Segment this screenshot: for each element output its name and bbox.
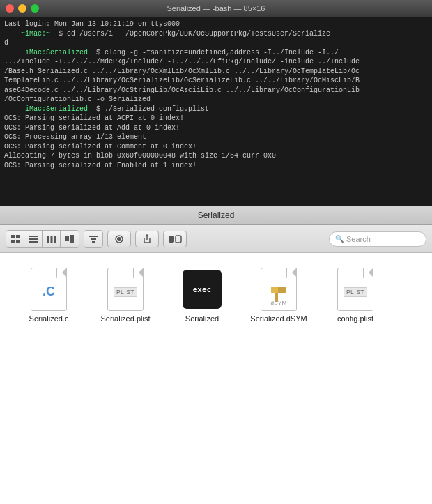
close-button[interactable] xyxy=(6,4,14,13)
finder-content: .C Serialized.c PLIST Serialized.plist e… xyxy=(0,253,432,392)
path-btn[interactable] xyxy=(163,231,187,247)
svg-rect-19 xyxy=(176,236,181,243)
terminal-line: iMac:Serialized $ ./Serialized config.pl… xyxy=(4,105,428,114)
terminal-line: /OcConfigurationLib.c -o Serialized xyxy=(4,95,428,105)
c-label: .C xyxy=(43,284,55,299)
terminal-line: OCS: Parsing serialized at Comment at 0 … xyxy=(4,142,428,152)
arrange-group xyxy=(84,230,103,248)
file-icon-c: .C xyxy=(26,267,71,312)
finder-empty-area xyxy=(0,392,432,504)
filename-serialized-exec: Serialized xyxy=(185,314,219,323)
svg-rect-0 xyxy=(11,235,15,238)
file-item-serialized-plist[interactable]: PLIST Serialized.plist xyxy=(98,267,153,323)
search-icon: 🔍 xyxy=(335,235,344,243)
svg-rect-14 xyxy=(92,241,95,243)
file-icon-config-plist: PLIST xyxy=(333,267,378,312)
svg-rect-7 xyxy=(47,236,49,243)
finder-toolbar: 🔍 Search xyxy=(0,225,432,253)
search-placeholder: Search xyxy=(346,235,371,243)
column-view-btn[interactable] xyxy=(43,231,61,247)
svg-rect-18 xyxy=(169,236,174,243)
svg-rect-4 xyxy=(29,236,38,237)
terminal-title: Serialized — -bash — 85×16 xyxy=(167,4,265,13)
terminal-line: Allocating 7 bytes in blob 0x60f00000004… xyxy=(4,151,428,161)
terminal-line: .../Include -I../../../MdePkg/Include/ -… xyxy=(4,57,428,67)
arrange-btn[interactable] xyxy=(84,231,102,247)
terminal-line: OCS: Parsing serialized at ACPI at 0 ind… xyxy=(4,114,428,123)
terminal-line: OCS: Parsing serialized at Enabled at 1 … xyxy=(4,161,428,171)
minimize-button[interactable] xyxy=(18,4,26,13)
terminal-window: Serialized — -bash — 85×16 Last login: M… xyxy=(0,0,432,206)
filename-serialized-c: Serialized.c xyxy=(29,314,69,323)
filename-serialized-dsym: Serialized.dSYM xyxy=(250,314,307,323)
file-icon-exec: exec xyxy=(180,267,224,312)
terminal-line: OCS: Parsing serialized at Add at 0 inde… xyxy=(4,123,428,133)
svg-rect-8 xyxy=(50,236,52,243)
doc-icon-plist: PLIST xyxy=(107,268,144,311)
filename-config-plist: config.plist xyxy=(337,314,373,323)
terminal-line: OCS: Processing array 1/13 element xyxy=(4,132,428,142)
traffic-lights xyxy=(6,4,39,13)
flow-view-btn[interactable] xyxy=(61,231,79,247)
share-btn[interactable] xyxy=(135,231,159,247)
icon-view-btn[interactable] xyxy=(6,231,24,247)
svg-rect-12 xyxy=(89,236,98,237)
svg-rect-1 xyxy=(16,235,20,238)
svg-rect-3 xyxy=(16,240,20,243)
search-bar[interactable]: 🔍 Search xyxy=(329,231,426,247)
maximize-button[interactable] xyxy=(31,4,39,13)
terminal-line: iMac:Serialized $ clang -g -fsanitize=un… xyxy=(4,48,428,58)
terminal-line: d xyxy=(4,38,428,48)
file-item-serialized-c[interactable]: .C Serialized.c xyxy=(21,267,77,323)
finder-titlebar: Serialized xyxy=(0,206,432,225)
terminal-titlebar: Serialized — -bash — 85×16 xyxy=(0,0,432,17)
file-item-config-plist[interactable]: PLIST config.plist xyxy=(327,267,383,323)
exec-label: exec xyxy=(193,285,212,294)
dsym-label: dSYM xyxy=(271,300,287,306)
terminal-line: TemplateLib.c ../../Library/OcSerializeL… xyxy=(4,76,428,86)
plist-label: PLIST xyxy=(114,287,137,297)
svg-rect-13 xyxy=(91,238,96,240)
filename-serialized-plist: Serialized.plist xyxy=(101,314,151,323)
action-btn[interactable] xyxy=(107,231,131,247)
dsym-icon-container: dSYM xyxy=(261,268,297,311)
svg-rect-11 xyxy=(70,235,74,243)
terminal-line: ~iMac:~ $ cd /Users/i /OpenCorePkg/UDK/O… xyxy=(4,29,428,39)
svg-rect-9 xyxy=(54,236,56,243)
config-plist-label: PLIST xyxy=(344,287,367,297)
exec-icon: exec xyxy=(183,270,222,309)
view-mode-group xyxy=(6,230,79,248)
svg-rect-22 xyxy=(271,287,278,293)
finder-title: Serialized xyxy=(198,211,235,220)
file-item-serialized-exec[interactable]: exec Serialized xyxy=(174,267,230,323)
list-view-btn[interactable] xyxy=(24,231,43,247)
file-item-serialized-dsym[interactable]: dSYM Serialized.dSYM xyxy=(251,267,307,323)
doc-icon-config: PLIST xyxy=(337,268,373,311)
terminal-line: ase64Decode.c ../../Library/OcStringLib/… xyxy=(4,86,428,96)
file-icon-dsym: dSYM xyxy=(256,267,301,312)
svg-rect-6 xyxy=(29,241,38,243)
doc-icon-c: .C xyxy=(31,268,67,311)
finder-window: Serialized xyxy=(0,206,432,504)
svg-rect-10 xyxy=(65,236,69,241)
svg-rect-5 xyxy=(29,238,38,240)
svg-rect-2 xyxy=(11,240,15,243)
file-icon-plist: PLIST xyxy=(103,267,148,312)
svg-point-15 xyxy=(117,237,121,241)
terminal-line: /Base.h Serialized.c ../../Library/OcXml… xyxy=(4,67,428,77)
terminal-line: Last login: Mon Jan 13 10:21:19 on ttys0… xyxy=(4,20,428,29)
terminal-content[interactable]: Last login: Mon Jan 13 10:21:19 on ttys0… xyxy=(0,17,432,206)
